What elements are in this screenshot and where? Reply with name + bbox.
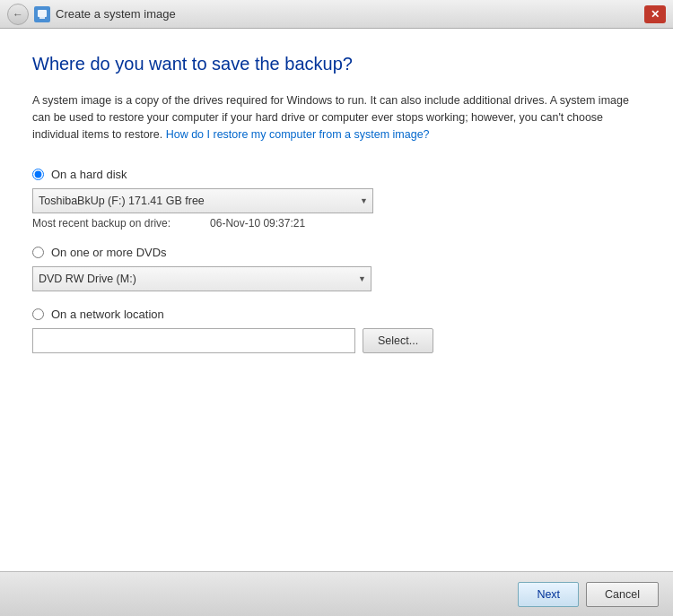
hard-disk-dropdown-row: ToshibaBkUp (F:) 171.41 GB free [32,188,641,213]
description-text: A system image is a copy of the drives r… [32,92,641,143]
hard-disk-select-wrapper: ToshibaBkUp (F:) 171.41 GB free [32,188,373,213]
select-network-button[interactable]: Select... [363,328,433,353]
network-label: On a network location [51,308,164,321]
dvd-select[interactable]: DVD RW Drive (M:) [32,266,371,291]
hard-disk-select[interactable]: ToshibaBkUp (F:) 171.41 GB free [32,188,373,213]
network-radio-label[interactable]: On a network location [32,308,641,321]
dvd-radio-label[interactable]: On one or more DVDs [32,246,641,259]
cancel-button[interactable]: Cancel [586,582,659,607]
title-bar: ← Create a system image ✕ [0,0,673,29]
svg-rect-1 [39,17,45,19]
dvd-radio[interactable] [32,247,44,258]
recent-backup-value: 06-Nov-10 09:37:21 [210,217,305,230]
hard-disk-radio-label[interactable]: On a hard disk [32,168,641,181]
network-input-row: Select... [32,328,641,353]
hard-disk-radio[interactable] [32,169,44,180]
svg-rect-0 [38,10,47,17]
network-option: On a network location Select... [32,308,641,353]
window-icon [34,6,50,22]
hard-disk-option: On a hard disk ToshibaBkUp (F:) 171.41 G… [32,168,641,230]
dvd-label: On one or more DVDs [51,246,167,259]
dvd-dropdown-row: DVD RW Drive (M:) [32,266,641,291]
close-button[interactable]: ✕ [644,5,666,23]
network-path-input[interactable] [32,328,355,353]
back-button[interactable]: ← [7,4,29,25]
options-section: On a hard disk ToshibaBkUp (F:) 171.41 G… [32,168,641,369]
help-link[interactable]: How do I restore my computer from a syst… [166,128,430,141]
page-title: Where do you want to save the backup? [32,54,641,74]
network-radio[interactable] [32,308,44,320]
next-button[interactable]: Next [518,582,579,607]
hard-disk-label: On a hard disk [51,168,127,181]
dvd-select-wrapper: DVD RW Drive (M:) [32,266,371,291]
window-title: Create a system image [56,7,176,21]
recent-backup-row: Most recent backup on drive: 06-Nov-10 0… [32,217,641,230]
dvd-option: On one or more DVDs DVD RW Drive (M:) [32,246,641,291]
main-content: Where do you want to save the backup? A … [0,29,673,571]
title-bar-left: ← Create a system image [7,4,176,25]
recent-backup-label: Most recent backup on drive: [32,217,170,230]
footer: Next Cancel [0,571,673,616]
